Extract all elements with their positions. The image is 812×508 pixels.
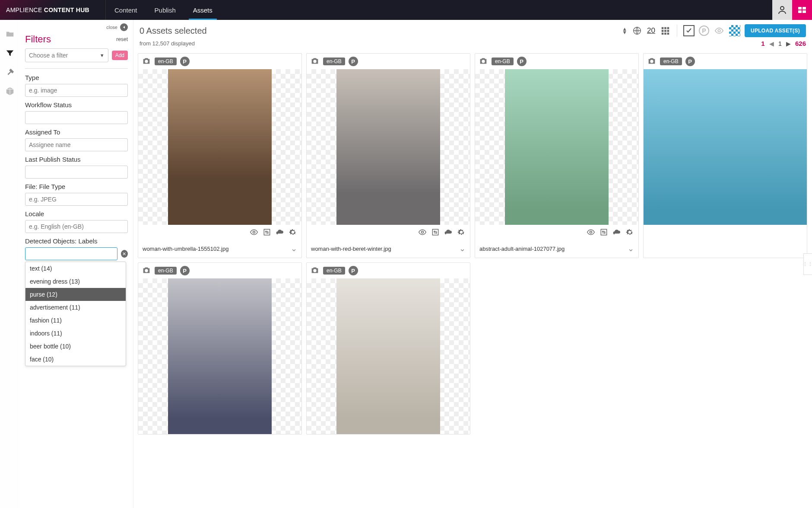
asset-card[interactable]: en-GBPabstract-adult-animal-1027077.jpg⌄ — [475, 53, 639, 258]
dropdown-item[interactable]: indoors (11) — [25, 327, 126, 340]
package-icon[interactable] — [5, 86, 15, 96]
clear-detected-icon[interactable]: ✕ — [121, 250, 128, 258]
folder-icon[interactable] — [5, 29, 15, 39]
brand-thin: AMPLIENCE — [6, 6, 44, 13]
nav-tabs: Content Publish Assets — [106, 0, 221, 20]
asset-card[interactable]: en-GBP⌄ — [643, 53, 807, 258]
asset-grid: en-GBPwoman-with-umbrella-1555102.jpg⌄en… — [138, 53, 808, 435]
expand-icon[interactable]: ⌄ — [459, 244, 466, 253]
asset-thumbnail[interactable] — [138, 278, 301, 434]
asset-thumbnail[interactable] — [307, 278, 470, 434]
asset-card[interactable]: en-GBPwoman-with-red-beret-winter.jpg⌄ — [306, 53, 470, 258]
preview-icon[interactable] — [714, 25, 725, 36]
filter-type-label: Type — [25, 74, 128, 81]
globe-icon[interactable] — [631, 25, 643, 36]
dropdown-item[interactable]: evening dress (13) — [25, 275, 126, 288]
svg-rect-7 — [664, 27, 666, 29]
svg-rect-18 — [264, 229, 270, 235]
transparency-toggle-icon[interactable] — [729, 25, 740, 36]
svg-point-20 — [422, 231, 424, 233]
action-gear-icon[interactable] — [457, 228, 466, 236]
action-cloud-icon[interactable] — [276, 228, 284, 236]
camera-icon — [647, 56, 657, 67]
camera-icon — [479, 56, 488, 67]
publish-status-icon[interactable]: P — [699, 26, 709, 36]
svg-rect-2 — [802, 7, 806, 10]
action-gear-icon[interactable] — [625, 228, 634, 236]
pagination-prev-icon[interactable]: ◀ — [769, 40, 774, 47]
dropdown-item[interactable]: face (10) — [25, 353, 126, 366]
pagination-of: 1 — [778, 40, 782, 47]
add-filter-button[interactable]: Add — [112, 51, 128, 60]
action-swap-icon[interactable] — [263, 228, 271, 236]
drawer-handle[interactable]: ⋮⋮ — [803, 253, 812, 275]
filter-icon[interactable] — [5, 48, 15, 58]
action-swap-icon[interactable] — [431, 228, 440, 236]
close-icon[interactable] — [120, 23, 128, 31]
select-all-checkbox[interactable] — [683, 25, 695, 36]
dropdown-item[interactable]: text (14) — [25, 262, 126, 275]
action-cloud-icon[interactable] — [444, 228, 453, 236]
nav-tab-content[interactable]: Content — [106, 0, 146, 20]
asset-thumbnail[interactable] — [307, 69, 470, 225]
filter-lastpub-input[interactable] — [25, 166, 128, 179]
asset-card[interactable]: en-GBP⌄ — [138, 262, 302, 435]
nav-tab-assets[interactable]: Assets — [184, 0, 221, 20]
svg-rect-1 — [798, 7, 802, 10]
selected-count-text: 0 Assets selected — [140, 26, 207, 36]
filter-type-input[interactable] — [25, 84, 128, 97]
dropdown-item[interactable]: purse (12) — [25, 288, 126, 301]
grid-view-icon[interactable] — [660, 25, 671, 36]
expand-icon[interactable]: ⌄ — [291, 244, 297, 253]
dropdown-item[interactable]: advertisement (11) — [25, 301, 126, 314]
publish-badge: P — [349, 266, 358, 275]
page-size-select[interactable]: 20 — [647, 26, 655, 35]
action-eye-icon[interactable] — [587, 228, 595, 236]
pagination-total: 626 — [795, 40, 806, 47]
svg-point-28 — [145, 269, 148, 272]
asset-filename: woman-with-umbrella-1555102.jpg — [143, 246, 228, 252]
pagination-next-icon[interactable]: ▶ — [786, 40, 791, 47]
action-swap-icon[interactable] — [599, 228, 608, 236]
dropdown-item[interactable]: fashion (11) — [25, 314, 126, 327]
asset-card[interactable]: en-GBPwoman-with-umbrella-1555102.jpg⌄ — [138, 53, 302, 258]
action-gear-icon[interactable] — [289, 228, 297, 236]
locale-badge: en-GB — [323, 267, 345, 275]
locale-badge: en-GB — [323, 58, 345, 65]
filter-filetype-input[interactable] — [25, 193, 128, 206]
expand-icon[interactable]: ⌄ — [628, 244, 634, 253]
reset-link[interactable]: reset — [116, 36, 128, 42]
choose-filter-select[interactable]: Choose a filter ▼ — [25, 48, 108, 62]
filter-assigned-input[interactable] — [25, 138, 128, 151]
svg-rect-10 — [664, 30, 666, 32]
filter-lastpub-label: Last Publish Status — [25, 156, 128, 163]
sort-icon[interactable]: ▲▼ — [622, 27, 627, 34]
card-actions — [138, 225, 301, 240]
detected-dropdown: text (14)evening dress (13)purse (12)adv… — [25, 262, 126, 366]
tools-icon[interactable] — [5, 67, 15, 77]
brand-logo[interactable]: AMPLIENCE CONTENT HUB — [0, 0, 106, 20]
asset-thumbnail[interactable] — [138, 69, 301, 225]
action-eye-icon[interactable] — [418, 228, 427, 236]
svg-point-22 — [482, 60, 485, 63]
svg-point-15 — [718, 29, 720, 32]
filter-detected-label: Detected Objects: Labels — [25, 237, 128, 245]
filter-detected-input[interactable] — [25, 247, 117, 260]
upload-assets-button[interactable]: UPLOAD ASSET(S) — [745, 24, 806, 37]
svg-rect-14 — [667, 33, 669, 35]
displayed-count-text: from 12,507 displayed — [140, 40, 195, 47]
action-eye-icon[interactable] — [250, 228, 258, 236]
svg-point-19 — [313, 60, 316, 63]
asset-card[interactable]: en-GBP⌄ — [306, 262, 470, 435]
filter-locale-input[interactable] — [25, 220, 128, 233]
asset-thumbnail[interactable] — [475, 69, 638, 225]
nav-tab-publish[interactable]: Publish — [146, 0, 184, 20]
dropdown-item[interactable]: beer bottle (10) — [25, 340, 126, 353]
user-profile-icon[interactable] — [772, 0, 792, 20]
close-label[interactable]: close — [106, 25, 117, 30]
asset-thumbnail[interactable] — [644, 69, 807, 225]
action-cloud-icon[interactable] — [612, 228, 621, 236]
filter-workflow-input[interactable] — [25, 111, 128, 124]
camera-icon — [142, 265, 151, 276]
app-switcher-icon[interactable] — [792, 0, 812, 20]
